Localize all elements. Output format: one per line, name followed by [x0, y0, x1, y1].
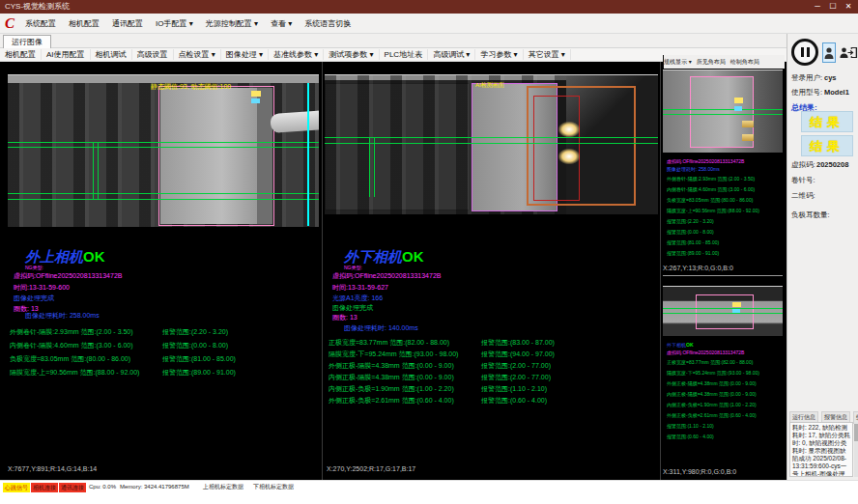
alarm-range: 报警范围:(83.00 - 87.00)	[481, 338, 555, 347]
tool-test-params[interactable]: 测试项参数 ▾	[324, 49, 379, 60]
tool-other-settings[interactable]: 其它设置 ▾	[524, 49, 571, 60]
measure-line-vertical	[98, 142, 99, 199]
scrollbar-thumb[interactable]	[854, 424, 858, 441]
measurement-row: 负极宽度=83.05mm 范围:(80.00 - 86.00)	[667, 197, 753, 203]
mini-panel-divider	[663, 275, 783, 276]
measure-line	[663, 114, 783, 115]
tool-image-processing[interactable]: 图像处理 ▾	[221, 49, 269, 60]
tool-ai-use-config[interactable]: AI使用配置	[42, 49, 91, 60]
tab-glow-spot	[742, 121, 754, 127]
process-time-line: 图像处理耗时: 258.00ms	[667, 166, 720, 172]
alarm-range: 报警范围:(0.60 - 4.00)	[667, 434, 714, 439]
measurement-row: 隔膜宽度-下=95.24mm 范围:(93.00 - 98.00)	[667, 370, 759, 376]
minimize-button[interactable]: ─	[810, 0, 825, 14]
run-info-log: 耗时: 222, 缺陷检测耗时: 17, 缺陷分类耗时: 0, 缺陷视图分类耗时…	[789, 422, 853, 477]
menu-system-config[interactable]: 系统配置	[25, 18, 56, 29]
marker-chip-cyan	[734, 106, 742, 111]
tab-run-image[interactable]: 运行图像	[3, 35, 51, 48]
menu-comm-config[interactable]: 通讯配置	[112, 18, 143, 29]
menu-light-control-config[interactable]: 光源控制配置 ▾	[206, 18, 258, 29]
ai-view-label: AI检测画面	[475, 81, 504, 89]
tool-camera-debug[interactable]: 相机调试	[91, 49, 132, 60]
marker-chip-yellow	[734, 98, 743, 103]
mini-view-lower-image[interactable]	[663, 286, 783, 336]
measurement-row: 内侧卷针-隔膜:4.60mm 范围:(3.00 - 6.00)	[10, 341, 133, 350]
measurement-row: 负极宽度=83.05mm 范围:(80.00 - 86.00)	[10, 354, 130, 363]
cursor-pixel-readout: X:7677,Y:891;R:14,G:14,B:14	[8, 465, 97, 472]
virtual-code-line: 虚拟码:OFfline2025020813313472B	[667, 158, 744, 164]
info-scrollbar[interactable]	[854, 422, 858, 477]
lower-camera-calibration-text: 下相机标定数据	[253, 481, 294, 493]
measure-line	[8, 147, 319, 148]
measurement-row: 内侧正极-隔膜=4.38mm 范围:(0.00 - 9.00)	[329, 373, 454, 381]
upper-camera-image[interactable]: 静态阈值:93, 动态阈值:100	[8, 74, 319, 227]
camera-connect-status-badge: 相机连接	[31, 483, 58, 492]
virtual-code-line: 虚拟码:OFfline2025020813313472B	[667, 350, 744, 355]
tool-advanced-debug[interactable]: 高级调试 ▾	[428, 49, 475, 60]
measurement-row: 内侧卷针-隔膜:4.60mm 范围:(3.00 - 6.00)	[667, 186, 755, 192]
tab-glow-spot	[558, 149, 580, 164]
menu-io-manual-config[interactable]: IO手配置 ▾	[156, 18, 193, 29]
alarm-range: 报警范围:(0.60 - 4.00)	[481, 396, 547, 405]
menu-language-switch[interactable]: 系统语言切换	[304, 18, 351, 29]
tool-learning-params[interactable]: 学习参数 ▾	[475, 49, 523, 60]
panel-divider	[660, 62, 661, 480]
measurement-row: 外侧正极-隔膜=4.38mm 范围:(0.00 - 9.00)	[667, 380, 757, 386]
measurement-row: 外侧卷针-隔膜:2.93mm 范围:(2.00 - 3.50)	[667, 176, 755, 182]
tool-spot-check[interactable]: 点检设置 ▾	[174, 49, 221, 60]
measurement-row: 隔膜宽度-下=95.24mm 范围:(93.00 - 98.00)	[329, 350, 458, 358]
title-bar: CYS-视觉检测系统 ─ ☐ ✕	[0, 0, 858, 14]
measure-line	[663, 308, 783, 309]
measurement-row: 内侧正极-负极=1.90mm 范围:(1.00 - 2.20)	[329, 384, 454, 393]
login-user-value: cys	[824, 73, 837, 82]
measurement-row: 外侧正极-负极=2.61mm 范围:(0.60 - 4.00)	[667, 412, 757, 418]
alarm-range: 报警范围:(2.20 - 3.20)	[667, 218, 714, 224]
view-tool-guideline-display[interactable]: 规线显示 ▾	[664, 58, 692, 67]
alarm-range: 报警范围:(0.00 - 8.00)	[162, 341, 228, 350]
tool-advanced-settings[interactable]: 高级设置	[132, 49, 174, 60]
login-user-button[interactable]	[822, 42, 836, 63]
measure-line	[8, 199, 319, 200]
roller-arm	[270, 110, 319, 133]
virtual-code-value: 20250208	[816, 160, 848, 169]
close-button[interactable]: ✕	[841, 0, 856, 14]
tool-baseline-params[interactable]: 基准线参数 ▾	[269, 49, 324, 60]
qr-code-label: 二维码:	[791, 191, 815, 201]
heartbeat-status-badge: 心跳信号	[3, 483, 30, 492]
menu-camera-config[interactable]: 相机配置	[69, 18, 100, 29]
ng-type-label: NG类型:	[25, 265, 43, 270]
marker-chip-yellow	[732, 302, 741, 307]
measurement-row: 隔膜宽度-上=90.56mm 范围:(88.00 - 92.00)	[667, 208, 759, 213]
pause-button[interactable]	[791, 39, 818, 66]
menu-view[interactable]: 查看 ▾	[271, 18, 292, 29]
maximize-button[interactable]: ☐	[825, 0, 841, 14]
view-tool-wysiwyg-layout[interactable]: 所见角布局	[697, 58, 726, 67]
panel-divider	[322, 62, 323, 480]
main-view-area: 静态阈值:93, 动态阈值:100 外上相机OK NG类型: 虚拟码:OFfli…	[0, 62, 786, 480]
pause-icon	[807, 47, 810, 57]
virtual-code-line: 虚拟码:OFfline2025020813313472B	[14, 271, 122, 280]
virtual-code-label: 虚拟码:	[791, 160, 815, 170]
alarm-range: 报警范围:(0.00 - 8.00)	[667, 229, 714, 235]
tool-plc-address[interactable]: PLC地址表	[380, 49, 429, 60]
alarm-range: 报警范围:(81.00 - 85.00)	[162, 354, 236, 363]
process-done-line: 图像处理完成	[332, 303, 373, 312]
view-tool-draw-layout[interactable]: 绘制角布局	[730, 58, 759, 67]
logout-button[interactable]	[846, 42, 858, 63]
alarm-range: 报警范围:(89.00 - 91.00)	[162, 368, 236, 377]
tab-glow-spot	[558, 122, 580, 137]
window-title: CYS-视觉检测系统	[5, 0, 70, 14]
time-line: 时间:13-31-59-600	[14, 283, 70, 292]
result-badge-upper: 结果	[801, 111, 853, 132]
model-label: 使用型号:	[791, 88, 822, 98]
lower-camera-image[interactable]: AI检测画面	[325, 74, 658, 214]
measure-line	[8, 193, 319, 194]
user-icon	[824, 46, 834, 60]
roi-rect-magenta	[696, 294, 754, 329]
alarm-range: 报警范围:(81.00 - 85.00)	[667, 239, 719, 245]
mini-view-upper-image[interactable]	[663, 70, 783, 153]
measurement-row: 外侧正极-隔膜=4.38mm 范围:(0.00 - 9.00)	[329, 361, 454, 370]
tool-camera-config[interactable]: 相机配置	[0, 49, 42, 60]
app-window: CYS-视觉检测系统 ─ ☐ ✕ C 系统配置 相机配置 通讯配置 IO手配置 …	[0, 0, 858, 504]
comm-connect-status-badge: 通讯连接	[59, 483, 86, 492]
